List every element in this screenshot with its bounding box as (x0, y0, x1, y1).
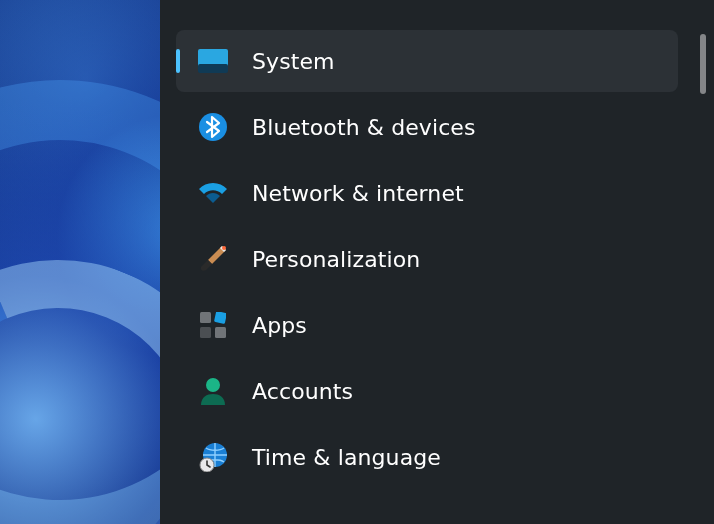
globe-clock-icon (198, 442, 228, 472)
apps-icon (198, 310, 228, 340)
svg-rect-4 (200, 312, 211, 323)
settings-nav-panel: System Bluetooth & devices Network & int… (160, 0, 714, 524)
nav-item-personalization[interactable]: Personalization (176, 228, 678, 290)
nav-item-system[interactable]: System (176, 30, 678, 92)
settings-nav-list: System Bluetooth & devices Network & int… (176, 30, 678, 488)
person-icon (198, 376, 228, 406)
nav-item-label: Apps (252, 313, 307, 338)
nav-item-label: Personalization (252, 247, 420, 272)
nav-item-apps[interactable]: Apps (176, 294, 678, 356)
nav-item-label: Time & language (252, 445, 441, 470)
svg-point-8 (206, 378, 220, 392)
bluetooth-icon (198, 112, 228, 142)
svg-rect-5 (214, 312, 226, 324)
nav-item-network-internet[interactable]: Network & internet (176, 162, 678, 224)
scrollbar-thumb[interactable] (700, 34, 706, 94)
nav-item-label: System (252, 49, 335, 74)
nav-item-bluetooth-devices[interactable]: Bluetooth & devices (176, 96, 678, 158)
nav-item-label: Network & internet (252, 181, 464, 206)
nav-item-time-language[interactable]: Time & language (176, 426, 678, 488)
svg-rect-1 (198, 64, 228, 73)
paintbrush-icon (198, 244, 228, 274)
svg-rect-7 (215, 327, 226, 338)
wifi-icon (198, 178, 228, 208)
svg-rect-6 (200, 327, 211, 338)
svg-point-3 (222, 246, 226, 250)
nav-item-label: Accounts (252, 379, 353, 404)
system-icon (198, 46, 228, 76)
nav-item-label: Bluetooth & devices (252, 115, 476, 140)
nav-item-accounts[interactable]: Accounts (176, 360, 678, 422)
